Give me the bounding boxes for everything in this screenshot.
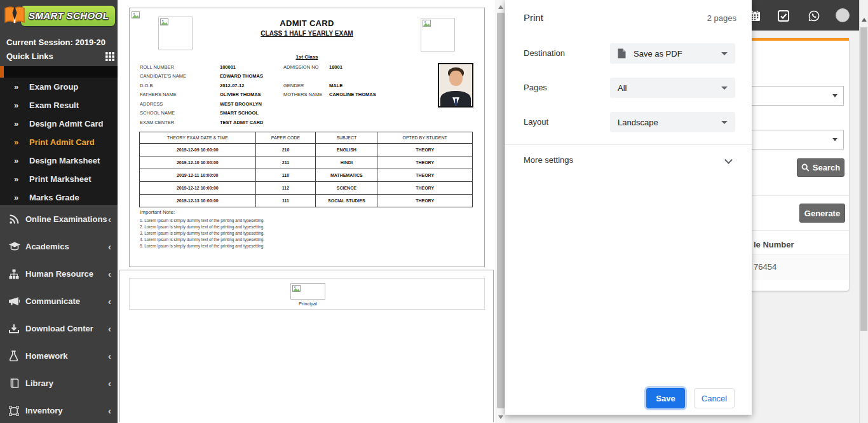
caret-down-icon [832,94,837,97]
sidebar-item-academics[interactable]: Academics‹ [0,233,118,260]
search-icon [801,163,810,172]
sidebar-item-print-admit-card[interactable]: »Print Admit Card [0,133,118,151]
table-row: 2019-12-12 10:00:00112SCIENCETHEORY [140,182,473,195]
note-line: 5. Lorem Ipsum is simply dummy text of t… [140,243,264,249]
sidebar-item-label: Library [25,378,53,388]
scroll-up-arrow-icon[interactable] [498,5,503,9]
note-line: 1. Lorem Ipsum is simply dummy text of t… [140,218,264,224]
generate-button-label: Generate [804,209,840,218]
graduation-cap-icon [9,242,25,251]
table-header-partial: le Number [754,240,794,249]
sidebar-item-exam-group[interactable]: »Exam Group [0,78,118,96]
scroll-down-arrow-icon[interactable] [498,415,503,419]
double-chevron-icon: » [14,137,29,147]
class-select[interactable] [752,86,844,106]
cell: 110 [255,169,316,182]
book-pen-icon [3,3,26,27]
sidebar-item-design-marksheet[interactable]: »Design Marksheet [0,151,118,170]
background-page: Search Generate le Number 76454 [752,0,868,423]
layout-select[interactable]: Landscape [610,112,735,132]
page-scrollbar[interactable] [859,0,868,423]
field-value: CAROLINE THOMAS [329,92,436,97]
sidebar-item-design-admit-card[interactable]: »Design Admit Card [0,114,118,133]
sidebar-item-label: Download Center [25,324,93,333]
field-label: GENDER [283,83,329,88]
sidebar-item-download-center[interactable]: Download Center‹ [0,315,118,342]
cell: THEORY [377,182,473,195]
student-photo [438,63,473,107]
scroll-up-arrow-icon[interactable] [862,18,867,22]
orange-accent [0,66,4,78]
double-chevron-icon: » [14,119,29,128]
cell: ENGLISH [316,144,377,156]
sidebar-item-label: Marks Grade [29,193,79,202]
chevron-left-icon: ‹ [108,378,111,389]
app-logo[interactable]: SMART SCHOOL [3,4,115,27]
cancel-button[interactable]: Cancel [694,388,735,408]
chevron-left-icon: ‹ [108,214,111,225]
sidebar-item-marks-grade[interactable]: »Marks Grade [0,188,118,207]
search-button[interactable]: Search [797,158,844,177]
col-header: SUBJECT [316,132,377,144]
field-value: WEST BROOKLYN [220,101,283,107]
sidebar-item-inventory[interactable]: Inventory‹ [0,397,118,423]
generate-button[interactable]: Generate [799,204,845,223]
chevron-left-icon: ‹ [108,405,111,416]
table-row: 2019-12-09 10:00:00210ENGLISHTHEORY [140,144,473,156]
cell: 2019-12-12 10:00:00 [140,182,256,195]
col-header: THEORY EXAM DATE & TIME [140,132,256,144]
quick-links[interactable]: Quick Links [6,52,114,61]
more-settings[interactable]: More settings [524,155,573,165]
user-avatar[interactable] [836,8,850,22]
col-header: OPTED BY STUDENT [377,132,473,144]
destination-select[interactable]: Save as PDF [610,43,735,64]
exam-schedule-table: THEORY EXAM DATE & TIME PAPER CODE SUBJE… [139,132,473,207]
task-check-icon[interactable] [777,10,790,22]
search-button-label: Search [813,163,840,172]
calendar-icon[interactable] [752,10,761,22]
sidebar-item-communicate[interactable]: Communicate‹ [0,288,118,315]
broken-image-icon [423,20,431,27]
field-label: D.O.B [140,83,220,88]
field-value: TEST ADMIT CARD [220,120,283,125]
scrollbar-thumb[interactable] [860,27,867,331]
sidebar-item-label: Communicate [25,296,80,306]
sidebar-item-label: Human Resource [25,269,93,279]
cell: SCIENCE [316,182,377,195]
sidebar-item-online-examinations[interactable]: Online Examinations‹ [0,205,118,233]
note-line: 3. Lorem Ipsum is simply dummy text of t… [140,230,264,237]
sidebar-item-library[interactable]: Library‹ [0,370,118,397]
photo-face [449,71,463,86]
double-chevron-icon: » [14,174,29,184]
double-chevron-icon: » [14,101,29,110]
caret-down-icon [832,138,837,141]
download-icon [9,324,25,334]
sidebar-item-label: Design Admit Card [29,119,104,128]
grid-icon [105,52,114,61]
chevron-left-icon: ‹ [108,350,111,361]
cell: 2019-12-13 10:00:00 [140,195,256,207]
sidebar: SMART SCHOOL Current Session: 2019-20 Qu… [0,0,118,423]
section-select[interactable] [752,130,844,149]
preview-scrollbar[interactable] [496,0,505,423]
cell: 210 [255,144,316,156]
field-value: OLIVIER THOMAS [220,92,283,97]
table-row: 2019-12-10 10:00:00211HINDITHEORY [140,156,473,169]
scrollbar-thumb[interactable] [497,13,505,408]
cell: THEORY [377,195,473,207]
sidebar-item-homework[interactable]: Homework‹ [0,342,118,370]
field-value: EDWARD THOMAS [220,73,283,79]
preview-page-2: Principal [119,270,494,422]
print-preview-pane: ADMIT CARD CLASS 1 HALF YEARLY EXAM 1st … [118,0,505,423]
sidebar-item-print-marksheet[interactable]: »Print Marksheet [0,170,118,188]
chevron-down-icon[interactable] [724,156,733,164]
sidebar-item-exam-result[interactable]: »Exam Result [0,96,118,114]
principal-label: Principal [290,301,325,307]
field-row: D.O.B2012-07-12GENDERMALE [140,81,436,90]
pages-select[interactable]: All [610,78,735,98]
save-button[interactable]: Save [646,388,685,408]
main-menu: Online Examinations‹ Academics‹ Human Re… [0,205,118,423]
sidebar-item-human-resource[interactable]: Human Resource‹ [0,260,118,288]
whatsapp-icon[interactable] [808,10,820,22]
chevron-left-icon: ‹ [108,296,111,307]
